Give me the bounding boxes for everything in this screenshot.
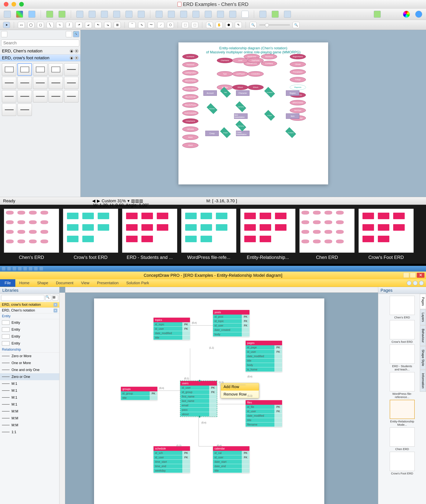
arrange-icon[interactable] bbox=[259, 11, 266, 18]
connector-tool[interactable]: ⤷ bbox=[56, 22, 63, 28]
connect-icon[interactable] bbox=[272, 11, 279, 18]
erd-attribute[interactable]: WhenCreated bbox=[290, 100, 306, 105]
shape-item[interactable]: M:M bbox=[0, 415, 59, 422]
color-wheel-icon[interactable] bbox=[403, 11, 410, 18]
erd-relationship[interactable]: IsType bbox=[264, 110, 275, 121]
category-header[interactable]: Relationship bbox=[0, 347, 59, 353]
shape-item[interactable]: Entity bbox=[0, 319, 59, 326]
erd-table-topics[interactable]: topicsid_topicPKid_userFKdate_modifiedti… bbox=[154, 318, 190, 340]
erd-attribute[interactable]: HitPoints bbox=[182, 127, 199, 132]
page-thumbnail[interactable]: Crow's Foot ERD bbox=[390, 452, 415, 475]
shape-item[interactable]: M:1 bbox=[0, 387, 59, 394]
page-icon[interactable] bbox=[241, 11, 248, 18]
save-icon[interactable] bbox=[28, 11, 35, 18]
shape-thumb[interactable] bbox=[17, 77, 32, 89]
shape-thumb[interactable] bbox=[33, 90, 47, 102]
shape-item[interactable]: M:M bbox=[0, 408, 59, 415]
shape-thumb[interactable] bbox=[64, 90, 78, 102]
erd-entity[interactable]: Creep bbox=[205, 131, 219, 136]
erd-attribute[interactable]: Password bbox=[182, 62, 199, 67]
shape-thumb[interactable] bbox=[17, 63, 32, 76]
shape-thumb[interactable] bbox=[2, 77, 16, 89]
page-thumbnail[interactable]: Chen ERD bbox=[299, 209, 355, 260]
align-icon[interactable] bbox=[89, 11, 96, 18]
bezier-tool[interactable]: ⟋ bbox=[157, 22, 164, 28]
library-item[interactable]: ERD, crow's foot notation◉✕ bbox=[0, 55, 80, 61]
shape-thumb[interactable] bbox=[49, 63, 63, 76]
erd-entity[interactable]: Item Instantiation bbox=[234, 114, 248, 119]
ribbon-tab[interactable]: Document bbox=[52, 279, 77, 287]
eye-icon[interactable]: ◉ bbox=[70, 56, 73, 60]
library-item[interactable]: ERD, crow's foot notation✕ bbox=[0, 302, 59, 308]
erd-attribute[interactable]: AcctName bbox=[182, 54, 199, 59]
rect-tool[interactable]: ▭ bbox=[18, 22, 25, 28]
page-thumbnail[interactable]: Entity-Relationship... bbox=[240, 209, 296, 260]
close-icon[interactable]: ✕ bbox=[54, 309, 57, 312]
close-icon[interactable]: ✕ bbox=[54, 303, 57, 307]
erd-entity[interactable]: Character bbox=[236, 90, 249, 96]
ribbon-tab[interactable]: Presentation bbox=[93, 279, 122, 287]
page-thumbnail[interactable]: Crow's foot ERD bbox=[390, 320, 415, 343]
shape-thumb[interactable] bbox=[17, 104, 32, 116]
ribbon-tab[interactable]: Shape bbox=[33, 279, 52, 287]
shape-item[interactable]: 1:1 bbox=[0, 429, 59, 435]
ribbon-tab[interactable]: View bbox=[77, 279, 93, 287]
erd-table-groups[interactable]: groupsid_groupPKtitle bbox=[121, 387, 157, 400]
erd-attribute[interactable]: IDNum bbox=[232, 85, 248, 90]
align-icon[interactable] bbox=[113, 11, 120, 18]
shape-item[interactable]: Entity bbox=[0, 340, 59, 347]
shape-item[interactable]: Entity bbox=[0, 333, 59, 340]
page-thumbnail[interactable]: WordPress file-reference... bbox=[390, 372, 415, 399]
vertical-tab[interactable]: Pages bbox=[420, 294, 426, 309]
erd-attribute[interactable]: Mana bbox=[182, 135, 199, 140]
list-view-icon[interactable] bbox=[66, 31, 72, 37]
erd-attribute[interactable]: CreatedOn bbox=[248, 71, 264, 77]
erd-attribute[interactable]: Foliage bbox=[290, 77, 306, 82]
shape-thumb[interactable] bbox=[33, 77, 47, 89]
arc-tool[interactable]: ⌒ bbox=[128, 22, 135, 28]
info-icon[interactable] bbox=[415, 11, 422, 18]
zoom-tool[interactable]: 🔍 bbox=[206, 22, 213, 28]
group-icon[interactable] bbox=[229, 11, 236, 18]
erd-attribute[interactable]: Type bbox=[217, 71, 233, 77]
poly-tool[interactable]: ⬡ bbox=[167, 22, 174, 28]
grid-icon[interactable] bbox=[4, 11, 11, 18]
vertical-tab[interactable]: Information bbox=[420, 370, 426, 392]
erd-entity[interactable]: Item bbox=[286, 114, 299, 119]
distribute-icon[interactable] bbox=[168, 11, 175, 18]
minimize-button[interactable] bbox=[403, 273, 409, 278]
erd-attribute[interactable]: CurrMana bbox=[261, 61, 277, 66]
help-icon[interactable] bbox=[407, 281, 412, 285]
erd-relationship[interactable]: Carrying bbox=[235, 101, 246, 112]
erd-entity[interactable]: Region bbox=[286, 90, 299, 96]
ribbon-tab[interactable]: Home bbox=[15, 279, 33, 287]
erd-attribute[interactable]: AcctCreatedOn bbox=[182, 110, 199, 116]
eye-icon[interactable]: ◉ bbox=[70, 49, 73, 53]
erd-relationship[interactable]: RanInto bbox=[207, 103, 218, 114]
filter-icon[interactable]: ▤ bbox=[52, 295, 58, 301]
connector-tool[interactable]: ⤴ bbox=[66, 22, 73, 28]
library-item[interactable]: ERD, Chen's notation◉✕ bbox=[0, 48, 80, 55]
erd-attribute[interactable]: ExpPoints bbox=[248, 58, 264, 63]
library-search-input[interactable] bbox=[1, 295, 44, 301]
erd-table-users[interactable]: usersid_userPKid_groupFKfirst_namelast_n… bbox=[180, 381, 217, 417]
erd-attribute[interactable]: Attack bbox=[182, 142, 199, 148]
shape-item[interactable]: M:1 bbox=[0, 380, 59, 387]
connector-tool[interactable]: ⬎ bbox=[104, 22, 111, 28]
line-tool[interactable]: ╲ bbox=[47, 22, 54, 28]
shape-item[interactable]: One and only One bbox=[0, 366, 59, 373]
spline-tool[interactable]: 〜 bbox=[148, 22, 155, 28]
zoom-slider[interactable] bbox=[259, 24, 290, 26]
erd-table-pages[interactable]: pagesid_pagePKid_userFKdate_modifiedtitl… bbox=[246, 341, 282, 372]
page-thumbnail[interactable]: WordPress file-refe... bbox=[181, 209, 236, 260]
page-thumbnail[interactable]: Crow's Foot ERD bbox=[358, 209, 414, 260]
erd-attribute[interactable]: RegionName bbox=[290, 54, 306, 59]
erd-attribute[interactable]: SbscrbrAddress bbox=[182, 86, 199, 92]
page-thumbnail[interactable]: Crow's foot ERD bbox=[63, 209, 118, 260]
menu-item-add-row[interactable]: Add Row bbox=[221, 383, 259, 390]
erd-table-schedule[interactable]: scheduleid_schPKid_userFKtime_starttime_… bbox=[154, 446, 190, 473]
canvas[interactable]: Entity-relationship diagram (Chen's nota… bbox=[81, 30, 426, 197]
erd-attribute[interactable]: CharName bbox=[217, 58, 233, 63]
shape-thumb[interactable] bbox=[2, 90, 16, 102]
eyedropper-tool[interactable]: ✎ bbox=[235, 22, 242, 28]
